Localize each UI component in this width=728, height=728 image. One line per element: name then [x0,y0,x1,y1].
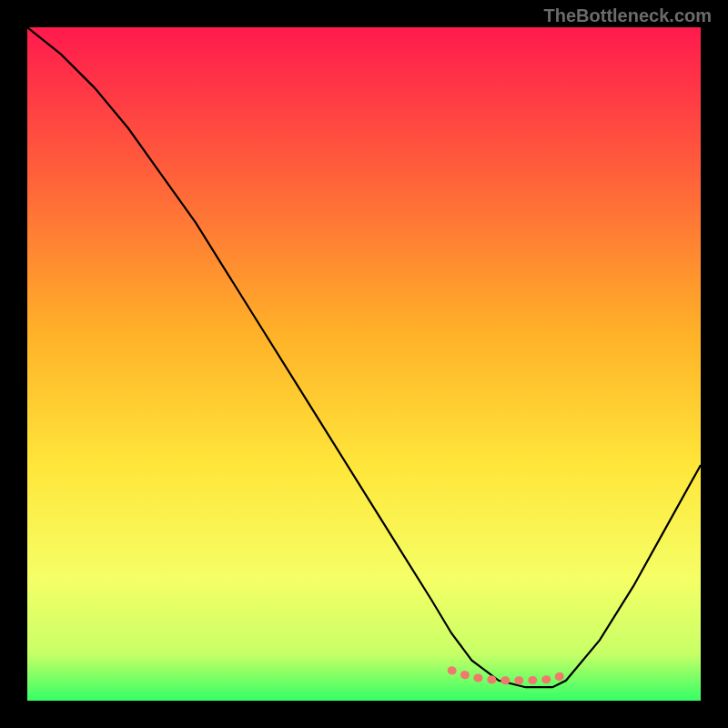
chart-plot-area [27,27,701,701]
watermark-label: TheBottleneck.com [544,5,712,26]
chart-svg [27,27,701,701]
